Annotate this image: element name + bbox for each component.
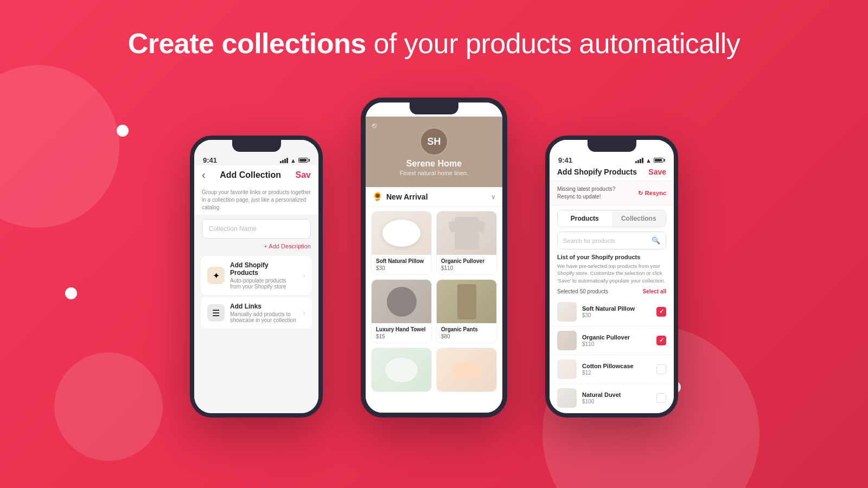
product-card-pillow2[interactable] bbox=[371, 348, 432, 392]
chevron-right-icon-2: › bbox=[303, 309, 305, 317]
product-thumb-duvet bbox=[557, 388, 577, 408]
store-avatar: SH bbox=[420, 127, 448, 156]
status-time-left: 9:41 bbox=[203, 156, 217, 164]
resync-button[interactable]: ↻ Resync bbox=[638, 190, 666, 197]
product-name-towel: Luxury Hand Towel bbox=[376, 326, 427, 332]
phone-right: 9:41 ▲ Add Shopify Products Save bbox=[545, 136, 678, 418]
product-price-pullover: $110 bbox=[441, 265, 492, 271]
page-header: Create collections of your products auto… bbox=[0, 0, 868, 76]
status-time-right: 9:41 bbox=[558, 156, 572, 164]
tab-products[interactable]: Products bbox=[558, 210, 612, 227]
list-product-price-1: $30 bbox=[582, 312, 651, 318]
status-bar-right: 9:41 ▲ bbox=[550, 154, 674, 165]
product-image-towel bbox=[372, 280, 431, 323]
search-placeholder: Search for products bbox=[563, 237, 647, 244]
product-card-towel[interactable]: Luxury Hand Towel $15 bbox=[371, 279, 432, 343]
product-card-pants[interactable]: Organic Pants $80 bbox=[436, 279, 497, 343]
product-thumb-pillowcase bbox=[557, 359, 577, 379]
tabs-row: Products Collections bbox=[557, 210, 666, 227]
list-product-name-2: Organic Pullover bbox=[582, 334, 651, 341]
product-price-pillow: $30 bbox=[376, 265, 427, 271]
product-checkbox-1[interactable] bbox=[656, 307, 666, 317]
phone-notch-right bbox=[588, 140, 636, 152]
tab-collections[interactable]: Collections bbox=[612, 210, 666, 227]
list-product-price-3: $12 bbox=[582, 370, 651, 376]
product-list-item-pillow[interactable]: Soft Natural Pillow $30 bbox=[550, 298, 674, 326]
phone-notch-left bbox=[232, 140, 281, 152]
product-card-pillow[interactable]: Soft Natural Pillow $30 bbox=[371, 211, 432, 275]
add-shopify-products-item[interactable]: ✦ Add Shopify Products Auto-populate pro… bbox=[201, 256, 312, 295]
product-image-pillow bbox=[372, 211, 431, 255]
nav-title-left: Add Collection bbox=[220, 170, 281, 180]
collection-name: New Arrival bbox=[386, 192, 428, 201]
product-image-pants bbox=[437, 280, 496, 323]
right-phone-nav: Add Shopify Products Save bbox=[550, 165, 674, 181]
product-price-towel: $15 bbox=[376, 333, 427, 339]
status-icons-right: ▲ bbox=[635, 157, 665, 164]
product-list-item-pullover[interactable]: Organic Pullover $110 bbox=[550, 326, 674, 355]
selected-count-row: Selected 50 products Select all bbox=[550, 286, 674, 298]
signal-icon bbox=[280, 158, 288, 163]
product-card-mask[interactable] bbox=[436, 348, 497, 392]
chevron-down-icon[interactable]: ∨ bbox=[491, 193, 496, 201]
product-checkbox-2[interactable] bbox=[656, 336, 666, 345]
collection-name-input[interactable]: Collection Name bbox=[202, 219, 311, 239]
left-phone-nav: ‹ Add Collection Sav bbox=[194, 165, 318, 184]
select-all-button[interactable]: Select all bbox=[643, 288, 666, 294]
phone-notch-center bbox=[410, 102, 458, 114]
product-list-item-pillowcase[interactable]: Cotton Pillowcase $12 bbox=[550, 355, 674, 384]
add-description-link[interactable]: + Add Description bbox=[194, 243, 318, 254]
product-name-pillow: Soft Natural Pillow bbox=[376, 258, 427, 264]
product-checkbox-3[interactable] bbox=[656, 364, 666, 374]
resync-text-1: Missing latest products? bbox=[557, 185, 615, 193]
product-image-pillow2 bbox=[372, 348, 431, 391]
page-title: Create collections of your products auto… bbox=[0, 27, 868, 60]
collection-badge-icon: 🌻 bbox=[372, 191, 383, 202]
status-icons-left: ▲ bbox=[280, 157, 310, 164]
chevron-right-icon-1: › bbox=[303, 271, 305, 280]
product-list-item-duvet[interactable]: Natural Duvet $100 bbox=[550, 384, 674, 413]
store-tagline: Finest natural home linen. bbox=[400, 170, 469, 176]
product-price-pants: $80 bbox=[441, 333, 492, 339]
menu-item-title-1: Add Shopify Products bbox=[230, 261, 297, 277]
links-icon: ☰ bbox=[207, 304, 225, 322]
signal-icon-right bbox=[635, 158, 643, 163]
products-section-desc: We have pre-selected top products from y… bbox=[550, 262, 674, 286]
wifi-icon: ▲ bbox=[290, 157, 296, 164]
battery-icon bbox=[298, 158, 310, 163]
back-button[interactable]: ‹ bbox=[202, 169, 206, 181]
store-hero: ⎋ SH Serene Home Finest natural home lin… bbox=[366, 117, 502, 187]
product-name-pants: Organic Pants bbox=[441, 326, 492, 332]
product-image-mask bbox=[437, 348, 496, 391]
products-grid: Soft Natural Pillow $30 Organic Pullover… bbox=[366, 207, 502, 396]
search-bar[interactable]: Search for products 🔍 bbox=[557, 232, 666, 249]
resync-bar: Missing latest products? Resync to updat… bbox=[550, 181, 674, 206]
resync-icon: ↻ bbox=[638, 190, 643, 197]
save-button-right[interactable]: Save bbox=[648, 168, 666, 176]
phone-left: 9:41 ▲ ‹ Add Collection Sav Group your bbox=[190, 136, 323, 418]
left-phone-content: 9:41 ▲ ‹ Add Collection Sav Group your bbox=[194, 140, 318, 413]
product-card-pullover[interactable]: Organic Pullover $110 bbox=[436, 211, 497, 275]
center-phone-content: ⎋ SH Serene Home Finest natural home lin… bbox=[366, 102, 502, 413]
product-thumb-pullover bbox=[557, 331, 577, 350]
save-button-left[interactable]: Sav bbox=[296, 170, 311, 180]
status-bar-left: 9:41 ▲ bbox=[194, 154, 318, 165]
search-icon: 🔍 bbox=[652, 236, 660, 245]
list-product-price-4: $100 bbox=[582, 399, 651, 404]
phone-center: ⎋ SH Serene Home Finest natural home lin… bbox=[361, 98, 507, 418]
resync-text-2: Resync to update! bbox=[557, 193, 615, 201]
page-title-rest: of your products automatically bbox=[366, 28, 741, 59]
list-product-name-4: Natural Duvet bbox=[582, 391, 651, 398]
product-thumb-pillow bbox=[557, 302, 577, 322]
list-product-name-1: Soft Natural Pillow bbox=[582, 305, 651, 312]
page-title-bold: Create collections bbox=[128, 28, 366, 59]
nav-title-right: Add Shopify Products bbox=[557, 168, 637, 176]
list-product-name-3: Cotton Pillowcase bbox=[582, 363, 651, 369]
product-checkbox-4[interactable] bbox=[656, 393, 666, 403]
wifi-icon-right: ▲ bbox=[646, 157, 652, 164]
share-icon[interactable]: ⎋ bbox=[372, 121, 376, 130]
menu-item-title-2: Add Links bbox=[230, 303, 297, 310]
store-name: Serene Home bbox=[406, 159, 462, 169]
add-links-item[interactable]: ☰ Add Links Manually add products to sho… bbox=[201, 297, 312, 329]
products-section-title: List of your Shopify products bbox=[550, 254, 674, 262]
